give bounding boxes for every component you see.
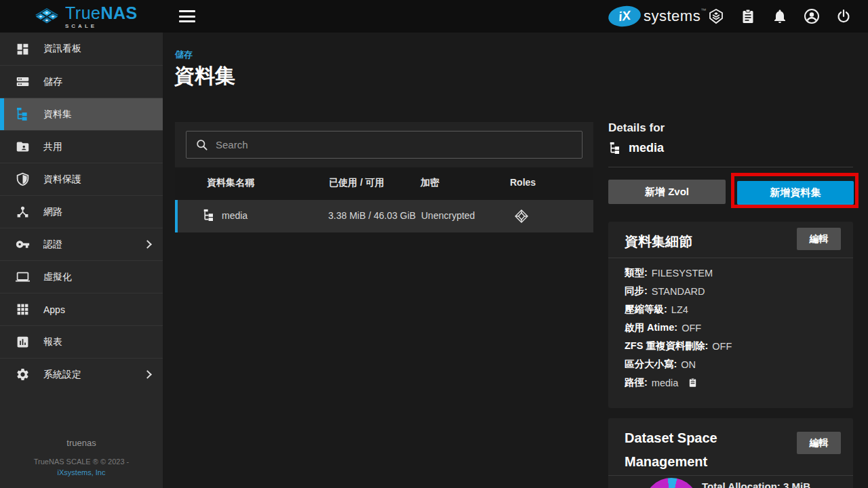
field-value: OFF [682,323,701,333]
chevron-right-icon [143,240,152,249]
sidebar-item-apps[interactable]: Apps [0,293,163,325]
copy-path-icon[interactable] [688,377,698,388]
field-label: 壓縮等級: [625,303,667,316]
sidebar-item-label: 資料保護 [43,174,81,186]
apps-grid-icon [15,302,30,317]
chevron-right-icon [143,370,152,379]
card-title-line1: Dataset Space [625,426,717,450]
notifications-bell-icon[interactable] [772,8,788,24]
column-header-name: 資料集名稱 [207,177,254,189]
sidebar: 資訊看板 儲存 資料集 [0,33,163,488]
dataset-space-card: Dataset Space Management 編輯 Total Alloca… [608,418,853,488]
sidebar-item-reporting[interactable]: 報表 [0,325,163,358]
card-title: 資料集細節 [625,230,692,253]
edit-dataset-details-button[interactable]: 編輯 [797,228,841,250]
sidebar-item-label: 共用 [43,141,62,153]
ix-bubble: iX [607,4,642,28]
topbar: TrueNAS SCALE iX systems™ [0,0,868,33]
storage-icon [15,75,30,89]
key-icon [15,237,30,252]
search-input[interactable] [216,139,573,150]
search-section [175,122,593,167]
ix-systems-text: systems [644,7,701,24]
details-heading: Details for [608,121,665,135]
sidebar-item-label: 系統設定 [43,369,81,381]
datasets-table: 資料集名稱 已使用 / 可用 加密 Roles media 3.38 MiB /… [175,122,593,232]
brand-subtitle: SCALE [65,24,138,29]
field-label: 路徑: [625,376,648,389]
dashboard-icon [15,41,30,56]
field-label: 區分大小寫: [625,358,677,371]
divider [608,167,853,167]
sidebar-item-label: 資訊看板 [43,43,81,55]
dataset-tree-icon [202,209,216,224]
space-pie-chart [644,478,698,488]
field-label: 啟用 Atime: [625,321,677,334]
sidebar-item-virtualization[interactable]: 虛擬化 [0,260,163,293]
field-value: STANDARD [652,286,705,297]
breadcrumb-storage-link[interactable]: 儲存 [175,49,193,61]
sidebar-item-dashboard[interactable]: 資訊看板 [0,33,163,65]
sidebar-item-system-settings[interactable]: 系統設定 [0,358,163,390]
total-allocation-text: Total Allocation: 3 MiB [702,481,810,488]
sidebar-item-label: Apps [43,304,65,315]
app-window: TrueNAS SCALE iX systems™ [0,0,868,488]
copyright-text: TrueNAS SCALE ® © 2023 - [0,458,163,466]
power-icon[interactable] [835,8,852,24]
table-header-row: 資料集名稱 已使用 / 可用 加密 Roles [175,167,593,200]
sidebar-item-credentials[interactable]: 認證 [0,228,163,260]
card-title-line2: Management [625,450,717,474]
sidebar-item-label: 資料集 [43,108,72,121]
jobs-clipboard-icon[interactable] [740,8,756,24]
truenas-logo-icon [34,7,60,28]
field-value: LZ4 [671,304,688,315]
field-label: 同步: [625,285,648,298]
main-content: 儲存 資料集 資料集名稱 已使用 / 可用 加密 Roles [163,33,868,488]
truecommand-icon[interactable] [708,8,724,24]
truenas-logo[interactable]: TrueNAS SCALE [34,5,138,29]
laptop-icon [15,270,30,285]
brand-name: TrueNAS [65,5,138,22]
divider [608,475,853,476]
ixsystems-link[interactable]: iXsystems, Inc [0,468,163,476]
account-icon[interactable] [804,8,820,24]
shares-folder-icon [15,140,30,155]
sidebar-item-network[interactable]: 網路 [0,195,163,228]
edit-space-button[interactable]: 編輯 [797,432,841,454]
divider [608,258,853,258]
cell-dataset-name: media [222,210,248,221]
cell-used-available: 3.38 MiB / 46.03 GiB [328,210,416,221]
sidebar-item-shares[interactable]: 共用 [0,130,163,163]
field-value: FILESYSTEM [652,268,713,279]
details-dataset-name: media [629,141,664,155]
sidebar-item-datasets[interactable]: 資料集 [0,98,163,130]
field-value: ON [681,359,696,370]
table-row-media[interactable]: media 3.38 MiB / 46.03 GiB Unencrypted [175,200,593,232]
dataset-tree-icon [608,142,622,155]
datasets-tree-icon [15,107,30,122]
shield-icon [15,172,30,187]
search-box [186,131,583,159]
sidebar-item-label: 儲存 [43,76,62,88]
reporting-icon [15,335,30,350]
menu-toggle-icon[interactable] [179,10,195,22]
column-header-encryption: 加密 [420,177,439,189]
add-zvol-button[interactable]: 新增 Zvol [608,180,726,204]
sidebar-item-label: 虛擬化 [43,271,72,283]
search-icon [195,138,208,151]
column-header-used-available: 已使用 / 可用 [329,177,384,189]
sidebar-item-storage[interactable]: 儲存 [0,65,163,98]
details-panel: Details for media 新增 Zvol 新增資料集 資料集細節 編輯 [608,33,853,488]
field-value: OFF [712,341,732,352]
add-dataset-button[interactable]: 新增資料集 [737,181,854,205]
column-header-roles: Roles [510,177,536,188]
hostname: truenas [0,438,163,448]
cell-encryption: Unencrypted [421,210,475,221]
sidebar-item-label: 認證 [43,239,62,251]
dataset-details-card: 資料集細節 編輯 類型:FILESYSTEM 同步:STANDARD 壓縮等級:… [608,222,853,408]
sidebar-item-data-protection[interactable]: 資料保護 [0,163,163,195]
field-value: media [652,378,679,388]
page-title: 資料集 [174,62,235,90]
ixsystems-logo: iX systems™ [608,6,707,26]
field-label: ZFS 重複資料刪除: [625,340,708,352]
